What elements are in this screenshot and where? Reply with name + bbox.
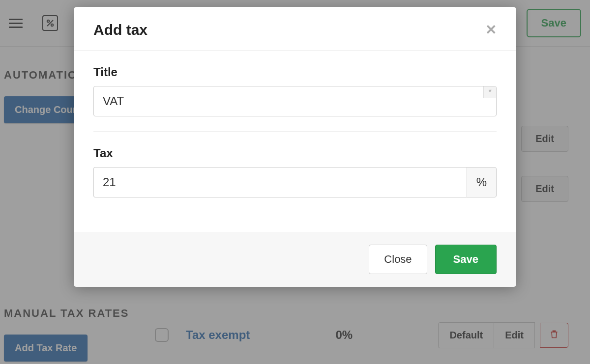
required-badge: * (483, 86, 496, 98)
divider (93, 131, 497, 132)
close-icon[interactable]: ✕ (485, 23, 497, 37)
modal-footer: Close Save (74, 232, 516, 287)
title-form-group: Title * (93, 65, 497, 116)
tax-label: Tax (93, 146, 497, 160)
modal-body: Title * Tax % (74, 51, 516, 232)
modal-overlay[interactable]: Add tax ✕ Title * Tax % Close Sav (0, 0, 590, 364)
close-button[interactable]: Close (369, 245, 427, 274)
title-input[interactable] (93, 86, 497, 116)
tax-form-group: Tax % (93, 146, 497, 197)
percent-addon: % (467, 167, 497, 197)
tax-input[interactable] (93, 167, 467, 197)
title-label: Title (93, 65, 497, 79)
save-button[interactable]: Save (435, 245, 497, 274)
modal-title: Add tax (93, 22, 148, 38)
modal-header: Add tax ✕ (74, 7, 516, 51)
add-tax-modal: Add tax ✕ Title * Tax % Close Sav (74, 7, 516, 287)
